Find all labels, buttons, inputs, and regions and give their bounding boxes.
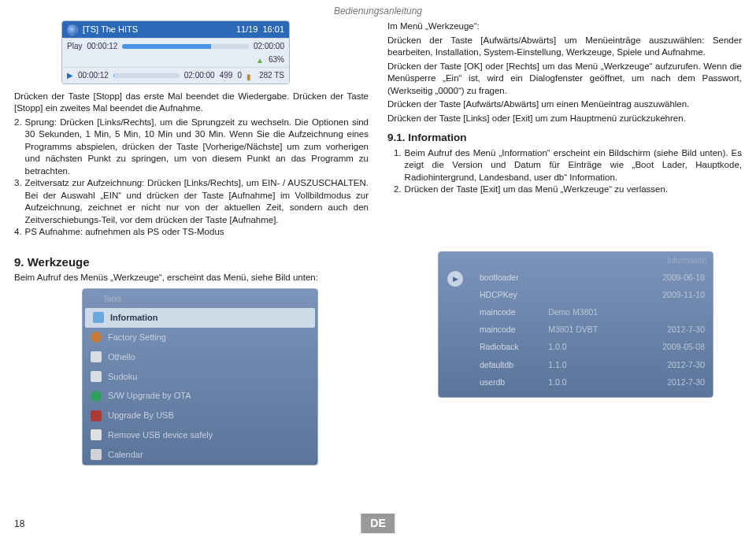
globe-icon <box>91 391 102 402</box>
menu-item-label: S/W Upgrade by OTA <box>108 390 191 402</box>
menu-item-usb-upgrade: Upgrade By USB <box>83 406 317 425</box>
r-p4: Drücken der Taste [Aufwärts/Abwärts] um … <box>387 98 742 111</box>
item-3-num: 3. <box>14 177 22 226</box>
play-end: 02:00:00 <box>254 41 284 52</box>
para-stop: Drücken der Taste [Stopp] das erste Mal … <box>14 91 369 115</box>
menu-item-information: Information <box>85 308 315 328</box>
sudoku-icon <box>91 371 102 382</box>
r-item-2-num: 2. <box>394 184 402 196</box>
player-counter: 11/19 <box>236 24 258 35</box>
calendar-icon <box>91 449 102 460</box>
language-tag: DE <box>361 514 395 533</box>
info-value: Demo M3801 <box>547 303 632 321</box>
item-4-num: 4. <box>14 226 22 239</box>
r-p2: Drücken der Taste [Aufwärts/Abwärts] um … <box>387 35 742 59</box>
info-value <box>547 286 632 303</box>
table-row: userdb1.0.02012-7-30 <box>478 373 706 391</box>
table-row: Radioback1.0.02009-05-08 <box>478 338 706 355</box>
player-screenshot: [TS] The HITS 11/19 16:01 Play 00:00:12 … <box>61 20 290 83</box>
item-4: 4. PS Aufnahme: aufnehmen als PS oder TS… <box>14 226 369 239</box>
briefcase-icon <box>91 410 102 421</box>
r-p3: Drücken der Taste [OK] oder [Rechts] um … <box>387 61 742 98</box>
info-name: Radioback <box>478 338 547 355</box>
table-row: HDCPKey2009-11-10 <box>478 286 706 303</box>
info-date <box>632 303 706 321</box>
table-row: defaultdb1.1.02012-7-30 <box>478 356 706 373</box>
info-value: 1.1.0 <box>547 356 632 373</box>
info-date: 2009-06-18 <box>632 269 706 286</box>
othello-icon <box>91 351 102 362</box>
page-number: 18 <box>14 518 24 530</box>
info-value: M3801 DVBT <box>547 321 632 338</box>
play-label: Play <box>67 41 82 52</box>
r-item-1-num: 1. <box>394 147 402 184</box>
info-date: 2012-7-30 <box>632 321 706 338</box>
menu-item-othello: Othello <box>83 347 317 367</box>
info-date: 2012-7-30 <box>632 356 706 373</box>
info-date: 2009-05-08 <box>632 338 706 355</box>
menu-item-label: Remove USB device safely <box>108 429 213 441</box>
info-name: maincode <box>478 321 547 338</box>
item-2-num: 2. <box>14 117 22 178</box>
item-2-text: Sprung: Drücken [Links/Rechts], um die S… <box>25 117 369 178</box>
info-date: 2009-11-10 <box>632 286 706 303</box>
player-clock: 16:01 <box>262 24 284 35</box>
menu-item-sudoku: Sudoku <box>83 367 317 387</box>
buf-count: 499 <box>220 70 233 81</box>
r-item-2: 2. Drücken der Taste [Exit] um das Menü … <box>387 184 742 196</box>
info-name: userdb <box>478 373 547 391</box>
menu-item-label: Calendar <box>108 449 143 461</box>
item-2: 2. Sprung: Drücken [Links/Rechts], um di… <box>14 117 369 178</box>
info-value: 1.0.0 <box>547 338 632 355</box>
item-3-text: Zeitversatz zur Aufzeichnung: Drücken [L… <box>25 177 369 226</box>
disc-icon <box>67 24 78 35</box>
up-icon: ▲ <box>256 55 264 63</box>
r-item-2-text: Drücken der Taste [Exit] um das Menü „We… <box>405 184 742 196</box>
info-screenshot: ▶ Information bootloader2009-06-18HDCPKe… <box>438 251 713 399</box>
info-name: bootloader <box>478 269 547 286</box>
tools-menu-screenshot: Tools Information Factory Setting Othell… <box>82 288 318 465</box>
menu-item-calendar: Calendar <box>83 445 317 465</box>
gear-icon <box>91 332 102 343</box>
play-percent: 63% <box>269 54 284 65</box>
info-date: 2012-7-30 <box>632 373 706 391</box>
table-row: bootloader2009-06-18 <box>478 269 706 286</box>
table-row: maincodeM3801 DVBT2012-7-30 <box>478 321 706 338</box>
item-4-text: PS Aufnahme: aufnehmen als PS oder TS-Mo… <box>25 226 369 239</box>
menu-item-label: Sudoku <box>108 371 137 383</box>
menu-item-label: Factory Setting <box>108 332 166 343</box>
menu-item-factory: Factory Setting <box>83 328 317 347</box>
buf-start: 00:00:12 <box>78 70 109 81</box>
info-value <box>547 269 632 286</box>
buf-mid: 02:00:00 <box>184 70 215 81</box>
buf-size: 282 TS <box>259 70 284 81</box>
werkzeuge-intro: Beim Aufruf des Menüs „Werkzeuge“, ersch… <box>14 272 369 284</box>
menu-item-remove-usb: Remove USB device safely <box>83 425 317 445</box>
play-icon: ▶ <box>67 70 73 81</box>
usb-remove-icon <box>91 429 102 440</box>
menu-item-label: Information <box>110 312 158 324</box>
item-3: 3. Zeitversatz zur Aufzeichnung: Drücken… <box>14 177 369 226</box>
r-p5: Drücken der Taste [Links] oder [Exit] um… <box>387 113 742 125</box>
info-table: bootloader2009-06-18HDCPKey2009-11-10mai… <box>478 269 706 391</box>
progress-bar <box>122 44 249 49</box>
buffer-bar <box>113 73 180 78</box>
menu-item-label: Othello <box>108 351 135 363</box>
play-start: 00:00:12 <box>87 41 117 52</box>
menu-item-ota: S/W Upgrade by OTA <box>83 386 317 406</box>
table-row: maincodeDemo M3801 <box>478 303 706 321</box>
heading-9-1: 9.1. Information <box>387 131 742 145</box>
play-circle-icon: ▶ <box>447 271 463 287</box>
tools-menu-title: Tools <box>83 294 317 308</box>
info-panel-title: Information <box>478 255 706 266</box>
r-item-1: 1. Beim Aufruf des Menü „Information“ er… <box>387 147 742 184</box>
info-icon <box>93 312 104 323</box>
info-name: defaultdb <box>478 356 547 373</box>
menu-item-label: Upgrade By USB <box>108 410 174 421</box>
r-item-1-text: Beim Aufruf des Menü „Information“ ersch… <box>405 147 742 184</box>
heading-9: 9. Werkzeuge <box>14 254 369 270</box>
buf-last: 0 <box>237 70 242 81</box>
film-icon: ▮ <box>246 72 254 80</box>
page-header: Bedienungsanleitung <box>0 0 756 20</box>
r-p1: Im Menü „Werkzeuge“: <box>387 20 742 33</box>
